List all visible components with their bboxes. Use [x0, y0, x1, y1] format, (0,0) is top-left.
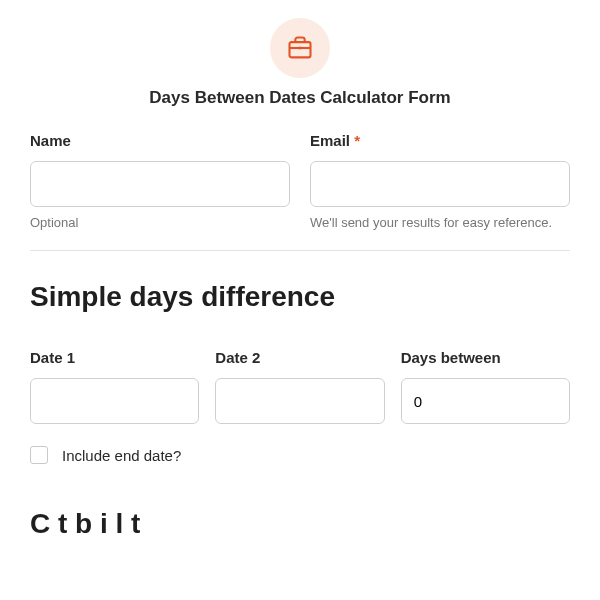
- email-field: Email * We'll send your results for easy…: [310, 132, 570, 230]
- email-helper: We'll send your results for easy referen…: [310, 215, 570, 230]
- name-field: Name Optional: [30, 132, 290, 230]
- date1-input[interactable]: [30, 378, 199, 424]
- name-input[interactable]: [30, 161, 290, 207]
- briefcase-icon: [286, 34, 314, 62]
- days-between-label: Days between: [401, 349, 570, 366]
- date1-field: Date 1: [30, 349, 199, 424]
- email-label-text: Email: [310, 132, 350, 149]
- date2-label: Date 2: [215, 349, 384, 366]
- include-end-checkbox[interactable]: [30, 446, 48, 464]
- required-mark: *: [354, 132, 360, 149]
- svg-rect-0: [290, 42, 311, 57]
- section-title-partial: C t b i l t: [30, 508, 570, 540]
- email-label: Email *: [310, 132, 570, 149]
- include-end-row: Include end date?: [30, 446, 570, 464]
- date1-label: Date 1: [30, 349, 199, 366]
- name-label: Name: [30, 132, 290, 149]
- date2-input[interactable]: [215, 378, 384, 424]
- divider: [30, 250, 570, 251]
- include-end-label: Include end date?: [62, 447, 181, 464]
- svg-rect-1: [298, 47, 302, 49]
- section-title-simple: Simple days difference: [30, 281, 570, 313]
- form-title: Days Between Dates Calculator Form: [30, 88, 570, 108]
- days-between-input[interactable]: [401, 378, 570, 424]
- date2-field: Date 2: [215, 349, 384, 424]
- email-input[interactable]: [310, 161, 570, 207]
- form-icon-circle: [270, 18, 330, 78]
- name-helper: Optional: [30, 215, 290, 230]
- days-between-field: Days between: [401, 349, 570, 424]
